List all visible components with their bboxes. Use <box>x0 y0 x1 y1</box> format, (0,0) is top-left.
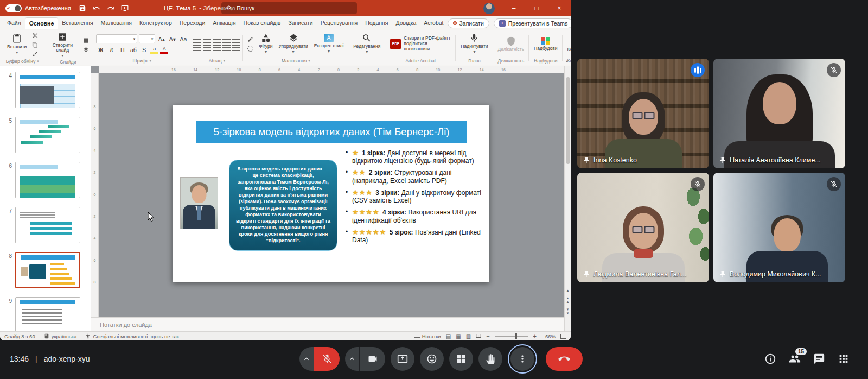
camera-button[interactable] <box>360 347 385 371</box>
ribbon-tab-13[interactable]: Acrobat <box>420 17 447 29</box>
participants-button[interactable]: 15 <box>789 353 801 365</box>
ribbon-tab-6[interactable]: Переходи <box>176 17 209 29</box>
user-avatar[interactable] <box>483 3 495 14</box>
slide-bullet-list[interactable]: ★ 1 зірка: Дані доступні в мережі під ві… <box>345 149 485 248</box>
autosave-switch[interactable]: ✓ <box>5 4 22 12</box>
camera-options-chevron[interactable] <box>345 347 360 371</box>
slide-canvas[interactable]: 5-зіркова модель відкритих даних (Тім Бе… <box>173 105 489 282</box>
indent-increase-button[interactable] <box>222 37 231 43</box>
leave-call-button[interactable] <box>546 347 583 371</box>
more-options-button[interactable] <box>510 347 534 371</box>
fit-slide-button[interactable] <box>560 334 566 339</box>
present-button[interactable] <box>391 347 414 371</box>
meeting-details-button[interactable] <box>764 353 776 365</box>
sensitivity-button[interactable]: Делікатність <box>496 36 527 53</box>
align-left-button[interactable] <box>193 45 201 51</box>
normal-view-button[interactable]: ▤ <box>446 333 451 339</box>
present-in-teams-button[interactable]: TПрезентувати в Teams <box>494 18 571 28</box>
reactions-button[interactable] <box>420 347 444 371</box>
reset-slide-button[interactable] <box>81 46 91 54</box>
slide-thumbnail-8[interactable]: 8 <box>4 252 91 288</box>
slide-thumbnail-4[interactable]: 4 <box>4 72 91 108</box>
ribbon-tab-1[interactable]: Файл <box>3 17 25 29</box>
layout-button[interactable] <box>81 37 91 45</box>
undo-icon[interactable] <box>93 4 100 12</box>
slide-thumbnail-5[interactable]: 5 <box>4 117 91 153</box>
change-layout-button[interactable] <box>449 347 473 371</box>
change-case-button[interactable]: Аа <box>178 35 188 43</box>
raise-hand-button[interactable] <box>478 347 502 371</box>
language-indicator[interactable]: українська <box>44 333 77 339</box>
ribbon-tab-2[interactable]: Основне <box>25 17 58 29</box>
highlight-color-button[interactable]: а <box>150 46 158 54</box>
ribbon-tab-3[interactable]: Вставлення <box>58 17 97 29</box>
font-color-button[interactable]: А <box>160 46 168 54</box>
bold-button[interactable]: Ж <box>96 46 105 54</box>
decrease-font-button[interactable]: А▾ <box>168 35 177 43</box>
copy-button[interactable] <box>30 41 40 48</box>
format-painter-button[interactable] <box>30 50 40 58</box>
slideshow-icon[interactable] <box>121 4 129 12</box>
dictate-button[interactable]: Надиктувати▾ <box>458 33 490 55</box>
accessibility-status[interactable]: Спеціальні можливості: щось не так <box>85 333 178 339</box>
paste-button[interactable]: Вставити▾ <box>5 33 29 55</box>
zoom-out-button[interactable]: − <box>486 333 489 339</box>
cut-button[interactable] <box>30 31 40 39</box>
zoom-slider[interactable] <box>495 336 528 337</box>
activities-button[interactable] <box>838 353 850 365</box>
strikethrough-button[interactable]: аб <box>129 46 138 54</box>
font-name-select[interactable]: ▾ <box>96 34 137 43</box>
underline-button[interactable]: П <box>118 46 127 54</box>
zoom-level[interactable]: 66% <box>541 333 556 339</box>
columns-button[interactable] <box>232 45 240 51</box>
reading-view-button[interactable]: ▥ <box>466 333 471 339</box>
addins-button[interactable]: Надбудови <box>532 36 559 52</box>
slide-thumbnail-7[interactable]: 7 <box>4 207 91 243</box>
line-spacing-button[interactable] <box>232 37 240 43</box>
participant-tile-1[interactable]: Inna Kostenko <box>577 59 709 168</box>
slideshow-view-button[interactable] <box>476 333 481 339</box>
slide-thumbnail-6[interactable]: 6 <box>4 162 91 198</box>
record-button[interactable]: Записати <box>448 18 489 28</box>
ribbon-tab-9[interactable]: Записати <box>284 17 316 29</box>
ribbon-tab-8[interactable]: Показ слайдів <box>240 17 285 29</box>
slide-sorter-view-button[interactable]: ▦ <box>456 333 461 339</box>
font-size-select[interactable]: ▾ <box>139 34 155 43</box>
editing-button[interactable]: Редагування▾ <box>351 33 382 55</box>
justify-button[interactable] <box>222 45 231 51</box>
autosave-toggle[interactable]: ✓ Автозбереження <box>5 4 71 12</box>
scrollbar-thumb[interactable] <box>566 77 570 164</box>
lasso-tool-button[interactable] <box>246 45 255 53</box>
participant-tile-2[interactable]: Наталія Анатоліївна Климе... <box>713 59 845 168</box>
search-input[interactable]: Пошук <box>221 2 357 14</box>
collapse-ribbon-icon[interactable]: ▴ <box>566 59 568 64</box>
notes-toggle[interactable]: Нотатки <box>414 333 441 339</box>
ribbon-tab-4[interactable]: Малювання <box>97 17 136 29</box>
save-icon[interactable] <box>79 4 86 12</box>
indent-decrease-button[interactable] <box>213 37 221 43</box>
select-tool-button[interactable] <box>246 36 255 43</box>
previous-slide-icon[interactable]: ▴▴ <box>567 296 569 304</box>
chat-button[interactable] <box>813 353 825 365</box>
new-slide-button[interactable]: Створити слайд▾ <box>45 31 80 59</box>
increase-font-button[interactable]: А▴ <box>157 35 166 43</box>
mic-options-chevron[interactable] <box>299 347 314 371</box>
text-shadow-button[interactable]: S <box>139 46 149 54</box>
notes-area[interactable]: Нотатки до слайда <box>91 317 564 331</box>
align-right-button[interactable] <box>213 45 221 51</box>
close-button[interactable]: × <box>548 0 571 16</box>
redo-icon[interactable] <box>107 4 114 12</box>
ribbon-tab-7[interactable]: Анімація <box>209 17 239 29</box>
next-slide-icon[interactable]: ▾▾ <box>567 307 569 315</box>
designer-button[interactable]: Конструктор <box>565 36 571 53</box>
align-center-button[interactable] <box>203 45 211 51</box>
description-box[interactable]: 5-зіркова модель відкритих даних — це си… <box>229 160 337 251</box>
zoom-slider-knob[interactable] <box>515 333 517 339</box>
participant-tile-4[interactable]: Володимир Миколайович К... <box>713 173 845 282</box>
slide-title[interactable]: 5-зіркова модель відкритих даних (Тім Бе… <box>196 121 467 143</box>
maximize-button[interactable]: □ <box>525 0 548 16</box>
bullets-button[interactable] <box>193 37 201 43</box>
shapes-button[interactable]: Фігури▾ <box>257 33 275 55</box>
quick-styles-button[interactable]: А Експрес-стилі▾ <box>312 33 346 54</box>
zoom-in-button[interactable]: + <box>533 333 537 339</box>
